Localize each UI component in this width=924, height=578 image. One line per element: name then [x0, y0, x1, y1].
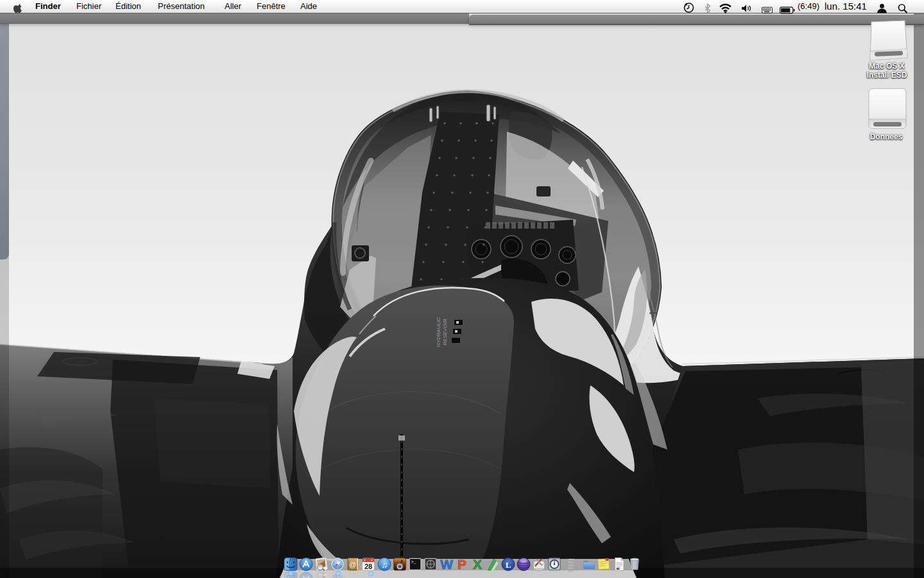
svg-text:>_: >_: [411, 560, 416, 565]
svg-text:P: P: [458, 557, 466, 572]
svg-text:♫: ♫: [381, 560, 388, 570]
svg-text:W: W: [440, 557, 453, 572]
svg-text:28: 28: [364, 563, 372, 570]
svg-text:RESEVOIR: RESEVOIR: [442, 319, 448, 346]
svg-text:L: L: [506, 560, 511, 570]
svg-text:HYDRAULIC: HYDRAULIC: [436, 317, 441, 347]
svg-text:X: X: [473, 557, 482, 572]
svg-text:@: @: [349, 561, 356, 568]
